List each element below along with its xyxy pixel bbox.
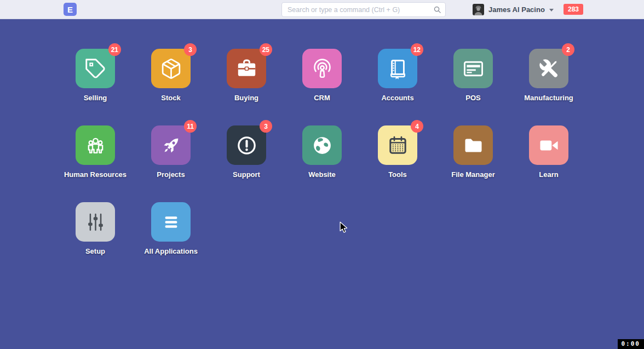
app-label: Stock — [161, 94, 180, 102]
app-label: Website — [308, 170, 336, 179]
app-tile: 12 — [378, 49, 417, 88]
folder-icon — [462, 134, 485, 157]
app-label: Projects — [157, 170, 185, 179]
notification-count-badge: 11 — [184, 120, 197, 133]
app-tile: 25 — [227, 49, 266, 88]
wrench-screwdriver-icon — [538, 58, 560, 80]
app-tile — [76, 202, 115, 242]
app-shortcut-crm[interactable]: CRM — [284, 49, 360, 125]
app-shortcut-stock[interactable]: 3Stock — [133, 49, 209, 125]
sliders-icon — [84, 211, 107, 233]
alert-circle-icon — [235, 134, 258, 157]
app-tile — [302, 49, 342, 88]
briefcase-icon — [235, 58, 258, 80]
notification-count-badge: 25 — [260, 43, 272, 56]
app-shortcut-human-resources[interactable]: Human Resources — [58, 125, 133, 202]
app-shortcut-accounts[interactable]: 12Accounts — [360, 49, 435, 125]
rocket-icon — [160, 134, 182, 157]
app-shortcut-file-manager[interactable]: File Manager — [435, 125, 511, 202]
video-camera-icon — [538, 134, 560, 157]
app-tile: 11 — [151, 125, 191, 165]
global-search — [281, 2, 446, 17]
notification-count-badge: 4 — [411, 120, 423, 133]
avatar — [473, 4, 484, 15]
app-label: Tools — [388, 170, 407, 179]
app-tile: 3 — [227, 125, 266, 165]
user-name: James Al Pacino — [488, 5, 545, 14]
credit-card-icon — [462, 58, 485, 80]
app-tile — [529, 125, 568, 165]
app-tile — [453, 49, 493, 88]
app-label: Manufacturing — [524, 94, 573, 102]
chevron-down-icon — [549, 9, 554, 12]
app-label: POS — [465, 94, 480, 102]
app-label: File Manager — [451, 170, 495, 179]
app-shortcut-buying[interactable]: 25Buying — [209, 49, 284, 125]
app-shortcut-pos[interactable]: POS — [435, 49, 511, 125]
search-input[interactable] — [281, 2, 446, 17]
app-label: Setup — [85, 247, 105, 255]
notification-count-badge: 2 — [562, 43, 574, 56]
mouse-cursor — [340, 221, 348, 233]
app-grid: 21Selling3Stock25BuyingCRM12AccountsPOS2… — [58, 49, 586, 279]
package-icon — [160, 58, 182, 80]
app-tile: 21 — [76, 49, 115, 88]
app-shortcut-all-applications[interactable]: All Applications — [133, 202, 209, 279]
app-label: Accounts — [381, 94, 413, 102]
notification-count-badge[interactable]: 283 — [564, 4, 583, 15]
app-tile — [453, 125, 493, 165]
people-group-icon — [84, 134, 107, 157]
notification-count-badge: 12 — [411, 43, 423, 56]
app-shortcut-projects[interactable]: 11Projects — [133, 125, 209, 202]
app-label: Support — [233, 170, 260, 179]
app-label: Selling — [84, 94, 107, 102]
ledger-book-icon — [387, 58, 409, 80]
app-shortcut-learn[interactable]: Learn — [511, 125, 586, 202]
top-navbar: E James Al Pacino 283 — [0, 0, 644, 19]
notification-count-badge: 21 — [108, 43, 121, 56]
app-tile — [302, 125, 342, 165]
app-shortcut-selling[interactable]: 21Selling — [58, 49, 133, 125]
app-shortcut-support[interactable]: 3Support — [209, 125, 284, 202]
app-label: Buying — [234, 94, 258, 102]
app-logo[interactable]: E — [64, 3, 77, 16]
notification-count-badge: 3 — [260, 120, 272, 133]
video-timer: 0:00 — [618, 339, 644, 349]
app-label: All Applications — [144, 247, 198, 255]
search-icon — [433, 5, 441, 14]
app-tile: 2 — [529, 49, 568, 88]
app-shortcut-setup[interactable]: Setup — [58, 202, 133, 279]
calendar-icon — [387, 134, 409, 157]
app-shortcut-tools[interactable]: 4Tools — [360, 125, 435, 202]
globe-icon — [311, 134, 334, 157]
notification-count-badge: 3 — [184, 43, 197, 56]
app-label: CRM — [314, 94, 330, 102]
app-shortcut-manufacturing[interactable]: 2Manufacturing — [511, 49, 586, 125]
app-label: Human Resources — [64, 170, 127, 179]
app-shortcut-website[interactable]: Website — [284, 125, 360, 202]
app-tile: 4 — [378, 125, 417, 165]
broadcast-person-icon — [311, 58, 334, 80]
user-menu[interactable]: James Al Pacino — [473, 0, 554, 19]
app-tile — [76, 125, 115, 165]
app-label: Learn — [539, 170, 558, 179]
menu-icon — [160, 211, 182, 233]
app-tile: 3 — [151, 49, 191, 88]
app-tile — [151, 202, 191, 242]
tag-icon — [84, 58, 107, 80]
